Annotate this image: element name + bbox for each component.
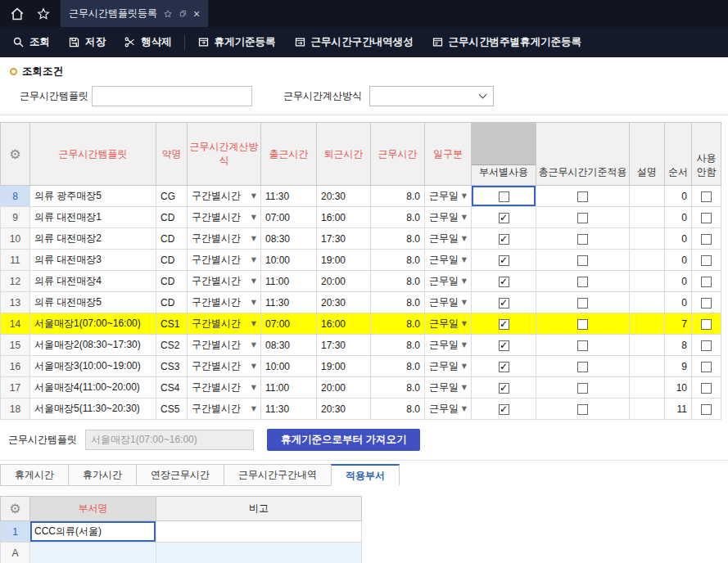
col-header-dept-name[interactable]: 부서명 xyxy=(30,497,156,521)
cell-order[interactable]: 0 xyxy=(665,228,692,250)
cell-unused[interactable] xyxy=(692,271,721,292)
col-header-note[interactable]: 비고 xyxy=(156,497,362,521)
cell-template-name[interactable]: 의류 대전매장5 xyxy=(30,292,156,313)
row-number[interactable]: 11 xyxy=(1,250,30,271)
cell-day-type[interactable]: 근무일 ▼ xyxy=(425,186,472,207)
save-button[interactable]: 저장 xyxy=(59,27,115,57)
unused-checkbox[interactable] xyxy=(701,255,712,266)
total-apply-checkbox[interactable] xyxy=(577,191,588,202)
cell-calc-method[interactable]: 구간별시간 ▼ xyxy=(188,186,261,207)
tab-close-icon[interactable]: × xyxy=(193,8,200,20)
tab-vacation-time[interactable]: 휴가시간 xyxy=(68,464,137,486)
cell-total-apply[interactable] xyxy=(536,292,630,313)
cell-calc-method[interactable]: 구간별시간 ▼ xyxy=(188,399,261,420)
row-number[interactable]: 1 xyxy=(1,521,30,543)
cell-work-hours[interactable]: 8.0 xyxy=(371,228,425,250)
dropdown-arrow-icon[interactable]: ▼ xyxy=(462,214,467,221)
cell-abbr[interactable]: CS5 xyxy=(156,399,188,420)
row-number[interactable]: 15 xyxy=(1,335,30,356)
cell-abbr[interactable]: CS3 xyxy=(156,356,188,377)
dept-use-checkbox[interactable] xyxy=(499,319,509,330)
cell-day-type[interactable]: 근무일 ▼ xyxy=(425,313,472,335)
cell-desc[interactable] xyxy=(630,292,665,313)
cell-abbr[interactable]: CD xyxy=(156,250,188,271)
cell-day-type[interactable]: 근무일 ▼ xyxy=(425,250,472,271)
dropdown-arrow-icon[interactable]: ▼ xyxy=(251,192,256,200)
row-number[interactable]: 12 xyxy=(1,271,30,292)
cell-start-time[interactable]: 11:00 xyxy=(261,271,317,292)
dept-use-checkbox[interactable] xyxy=(499,340,509,351)
cell-dept-use[interactable] xyxy=(472,335,536,356)
cell-total-apply[interactable] xyxy=(536,335,630,356)
cell-day-type[interactable]: 근무일 ▼ xyxy=(425,271,472,292)
cell-end-time[interactable]: 16:00 xyxy=(317,207,371,228)
total-apply-checkbox[interactable] xyxy=(577,362,588,372)
tab-break-time[interactable]: 휴게시간 xyxy=(0,464,69,486)
grid-settings-header[interactable]: ⚙ xyxy=(1,123,30,186)
cell-calc-method[interactable]: 구간별시간 ▼ xyxy=(188,356,261,377)
cell-total-apply[interactable] xyxy=(536,313,630,335)
dept-use-checkbox[interactable] xyxy=(499,277,509,287)
cell-day-type[interactable]: 근무일 ▼ xyxy=(425,377,472,399)
home-icon[interactable] xyxy=(10,7,25,21)
cell-total-apply[interactable] xyxy=(536,377,630,399)
cell-calc-method[interactable]: 구간별시간 ▼ xyxy=(188,271,261,292)
col-header-unused[interactable]: 사용안함 xyxy=(692,123,721,186)
dropdown-arrow-icon[interactable]: ▼ xyxy=(462,341,467,349)
cell-unused[interactable] xyxy=(692,313,721,335)
cell-note[interactable] xyxy=(156,543,362,563)
document-tab[interactable]: 근무시간템플릿등록 × xyxy=(61,0,208,27)
import-from-break-standard-button[interactable]: 휴게기준으로부터 가져오기 xyxy=(267,429,420,451)
total-apply-checkbox[interactable] xyxy=(577,255,588,266)
cell-dept-use[interactable] xyxy=(472,228,536,250)
unused-checkbox[interactable] xyxy=(701,298,712,309)
col-header-day-type[interactable]: 일구분 xyxy=(425,123,472,186)
cell-calc-method[interactable]: 구간별시간 ▼ xyxy=(188,250,261,271)
dept-use-checkbox[interactable] xyxy=(499,383,509,394)
cell-abbr[interactable]: CD xyxy=(156,271,188,292)
dropdown-arrow-icon[interactable]: ▼ xyxy=(462,192,467,200)
cell-unused[interactable] xyxy=(692,356,721,377)
cell-note[interactable] xyxy=(156,521,362,543)
col-header-dept-use[interactable]: 부서별사용 xyxy=(472,123,536,186)
cell-unused[interactable] xyxy=(692,250,721,271)
cell-abbr[interactable]: CS4 xyxy=(156,377,188,399)
cell-start-time[interactable]: 10:00 xyxy=(261,356,317,377)
detail-template-input[interactable] xyxy=(85,430,254,450)
cell-order[interactable]: 0 xyxy=(665,271,692,292)
unused-checkbox[interactable] xyxy=(701,340,712,351)
dropdown-arrow-icon[interactable]: ▼ xyxy=(462,363,467,370)
cell-unused[interactable] xyxy=(692,377,721,399)
cell-template-name[interactable]: 서울매장1(07:00~16:00) xyxy=(30,313,156,335)
dropdown-arrow-icon[interactable]: ▼ xyxy=(251,299,256,306)
cell-calc-method[interactable]: 구간별시간 ▼ xyxy=(188,313,261,335)
row-number[interactable]: 18 xyxy=(1,399,30,420)
cell-dept-use[interactable] xyxy=(472,399,536,420)
cell-desc[interactable] xyxy=(630,207,665,228)
cell-end-time[interactable]: 20:30 xyxy=(317,399,371,420)
gear-icon[interactable]: ⚙ xyxy=(9,146,20,162)
col-header-template[interactable]: 근무시간템플릿 xyxy=(30,123,156,186)
cell-end-time[interactable]: 20:00 xyxy=(317,271,371,292)
tab-star-icon[interactable] xyxy=(163,9,173,19)
dept-use-checkbox[interactable] xyxy=(499,191,509,202)
cell-work-hours[interactable]: 8.0 xyxy=(371,335,425,356)
cell-end-time[interactable]: 20:30 xyxy=(317,186,371,207)
row-number[interactable]: 16 xyxy=(1,356,30,377)
tab-applied-departments[interactable]: 적용부서 xyxy=(331,464,400,486)
cell-desc[interactable] xyxy=(630,399,665,420)
cell-abbr[interactable]: CG xyxy=(156,186,188,207)
col-header-order[interactable]: 순서 xyxy=(665,123,692,186)
cell-order[interactable]: 0 xyxy=(665,292,692,313)
dropdown-arrow-icon[interactable]: ▼ xyxy=(462,256,467,263)
col-header-work-hours[interactable]: 근무시간 xyxy=(371,123,425,186)
total-apply-checkbox[interactable] xyxy=(577,298,588,309)
total-apply-checkbox[interactable] xyxy=(577,404,588,415)
cell-order[interactable]: 7 xyxy=(665,313,692,335)
dropdown-arrow-icon[interactable]: ▼ xyxy=(462,320,467,327)
cell-template-name[interactable]: 서울매장3(10:00~19:00) xyxy=(30,356,156,377)
dropdown-arrow-icon[interactable]: ▼ xyxy=(251,214,256,221)
cell-work-hours[interactable]: 8.0 xyxy=(371,271,425,292)
cell-calc-method[interactable]: 구간별시간 ▼ xyxy=(188,335,261,356)
cell-dept-use[interactable] xyxy=(472,356,536,377)
